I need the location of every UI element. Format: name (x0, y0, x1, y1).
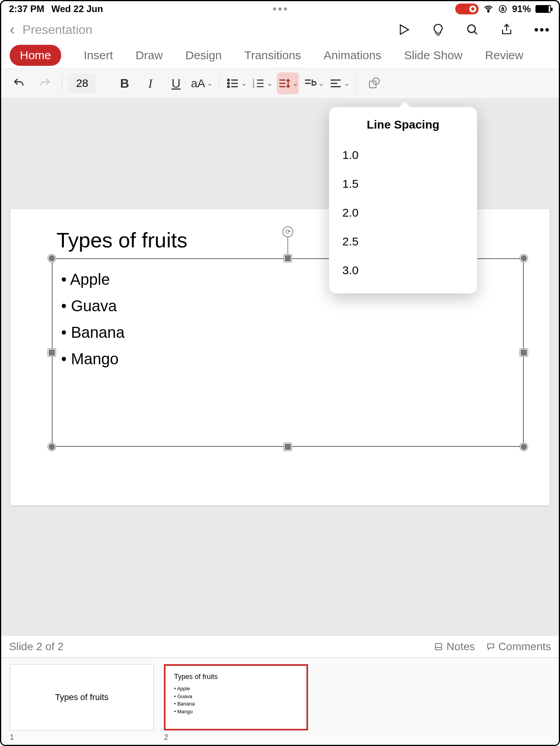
toolbar-separator-icon (62, 75, 62, 92)
status-date: Wed 22 Jun (51, 4, 103, 14)
line-spacing-popover: Line Spacing 1.0 1.5 2.0 2.5 3.0 (329, 107, 477, 293)
search-button[interactable] (465, 23, 479, 37)
comments-button[interactable]: Comments (486, 640, 551, 653)
resize-handle[interactable] (48, 254, 56, 262)
font-size-input[interactable]: 28 (69, 74, 96, 93)
resize-handle[interactable] (520, 349, 528, 356)
resize-handle[interactable] (520, 443, 528, 451)
multitask-dot-icon (273, 7, 276, 11)
thumbnail-slide-2[interactable]: Types of fruits Apple Guava Banana Mango (164, 664, 308, 730)
rotation-handle[interactable]: ⟳ (282, 226, 293, 237)
notes-button[interactable]: Notes (434, 640, 475, 653)
svg-line-6 (474, 32, 477, 35)
bullet-item[interactable]: Banana (61, 319, 125, 346)
tab-transitions[interactable]: Transitions (244, 49, 301, 62)
document-title[interactable]: Presentation (23, 23, 397, 37)
more-button[interactable]: ••• (534, 22, 550, 37)
svg-point-7 (227, 79, 229, 81)
battery-percent: 91% (512, 4, 531, 14)
svg-rect-30 (435, 644, 442, 650)
svg-rect-2 (502, 9, 504, 11)
slide-canvas[interactable]: Types of fruits ⟳ Apple Guava Banana Man… (1, 99, 559, 636)
tab-draw[interactable]: Draw (136, 49, 163, 62)
line-spacing-option[interactable]: 1.5 (329, 169, 477, 198)
bottom-status-bar: Slide 2 of 2 Notes Comments (1, 637, 559, 656)
bullet-item[interactable]: Apple (61, 266, 125, 293)
ribbon-tabs: Home Insert Draw Design Transitions Anim… (1, 42, 559, 68)
status-time: 2:37 PM (9, 4, 44, 14)
slide-counter: Slide 2 of 2 (9, 640, 63, 653)
thumb-bullet: Mango (174, 708, 298, 716)
thumb-bullet: Banana (174, 700, 298, 708)
resize-handle[interactable] (284, 443, 292, 451)
battery-icon (535, 5, 551, 13)
resize-handle[interactable] (520, 254, 528, 262)
bullet-item[interactable]: Mango (61, 346, 125, 372)
thumb-number: 2 (164, 733, 308, 742)
back-button[interactable]: ‹ (10, 21, 15, 38)
share-button[interactable] (500, 23, 514, 37)
slide-title-text[interactable]: Types of fruits (56, 228, 187, 252)
tab-slide-show[interactable]: Slide Show (404, 49, 462, 62)
tab-home[interactable]: Home (10, 45, 61, 66)
thumb-title: Types of fruits (174, 673, 298, 681)
svg-point-11 (227, 86, 229, 87)
undo-button[interactable] (8, 72, 30, 94)
tab-insert[interactable]: Insert (84, 49, 113, 62)
svg-point-9 (227, 83, 229, 84)
multitask-dot-icon (278, 7, 282, 11)
ribbon-toolbar: 28 B I U aA⌄ ⌄ 123⌄ ⌄ ⌄ ⌄ (1, 68, 559, 99)
toolbar-separator-icon (356, 75, 357, 92)
line-spacing-option[interactable]: 3.0 (329, 256, 477, 285)
ideas-button[interactable] (431, 23, 445, 37)
svg-point-0 (488, 11, 489, 12)
bullet-list[interactable]: Apple Guava Banana Mango (61, 266, 125, 372)
svg-text:3: 3 (252, 85, 254, 88)
resize-handle[interactable] (284, 254, 292, 262)
thumb-title: Types of fruits (55, 692, 109, 702)
comments-icon (486, 642, 495, 651)
line-spacing-button[interactable]: ⌄ (277, 72, 299, 94)
tab-animations[interactable]: Animations (324, 49, 381, 62)
thumb-bullet: Guava (174, 693, 298, 700)
line-spacing-option[interactable]: 1.0 (329, 141, 477, 169)
bold-button[interactable]: B (114, 72, 136, 94)
comments-label: Comments (498, 640, 551, 653)
shapes-button[interactable] (363, 72, 385, 94)
svg-marker-3 (400, 25, 409, 34)
tab-design[interactable]: Design (185, 49, 222, 62)
bullets-button[interactable]: ⌄ (225, 72, 247, 94)
wifi-icon (483, 4, 493, 14)
play-slideshow-button[interactable] (397, 23, 411, 37)
align-text-button[interactable]: ⌄ (328, 72, 350, 94)
line-spacing-option[interactable]: 2.5 (329, 227, 477, 256)
thumb-number: 1 (10, 733, 154, 742)
screen-record-indicator-icon (455, 4, 479, 14)
orientation-lock-icon (498, 4, 507, 14)
thumbnail-slide-1[interactable]: Types of fruits (10, 664, 154, 730)
notes-label: Notes (446, 640, 475, 653)
notes-icon (434, 642, 443, 651)
redo-button[interactable] (34, 72, 56, 94)
bullet-item[interactable]: Guava (61, 293, 125, 319)
status-bar: 2:37 PM Wed 22 Jun 91% (1, 1, 559, 17)
popover-title: Line Spacing (329, 118, 477, 131)
resize-handle[interactable] (48, 443, 56, 451)
italic-button[interactable]: I (139, 72, 161, 94)
line-spacing-option[interactable]: 2.0 (329, 198, 477, 227)
multitask-dot-icon (284, 7, 287, 11)
toolbar-separator-icon (219, 75, 219, 92)
change-case-button[interactable]: aA⌄ (191, 72, 213, 94)
tab-review[interactable]: Review (485, 49, 523, 62)
underline-button[interactable]: U (165, 72, 187, 94)
thumb-bullet: Apple (174, 685, 298, 693)
numbering-button[interactable]: 123⌄ (251, 72, 273, 94)
text-direction-button[interactable]: ⌄ (303, 72, 324, 94)
resize-handle[interactable] (48, 349, 56, 356)
slide-thumbnails: Types of fruits 1 Types of fruits Apple … (1, 657, 559, 745)
app-header: ‹ Presentation ••• (1, 17, 559, 42)
